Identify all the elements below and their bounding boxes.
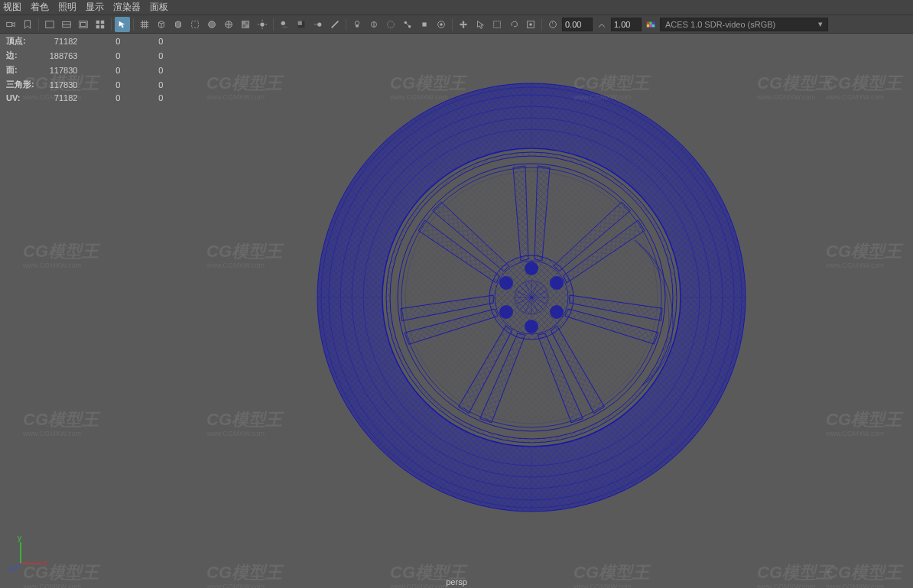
svg-point-25 xyxy=(388,21,395,28)
svg-point-61 xyxy=(499,305,513,319)
depth-of-field-icon[interactable] xyxy=(434,17,449,32)
stats-row-faces: 面:11783000 xyxy=(6,63,178,77)
stats-row-tris: 三角形:11783000 xyxy=(6,77,178,92)
separator xyxy=(111,18,112,31)
mesh-wheel-wireframe[interactable] xyxy=(306,72,757,523)
svg-point-31 xyxy=(440,23,443,26)
svg-rect-14 xyxy=(242,21,245,24)
menu-renderer[interactable]: 渲染器 xyxy=(113,1,141,14)
svg-point-17 xyxy=(281,21,285,24)
watermark: CG模型王www.CGMXW.com xyxy=(206,240,282,269)
svg-point-62 xyxy=(499,276,513,290)
axis-y-label: y xyxy=(18,534,21,542)
lasso-icon[interactable] xyxy=(506,17,521,32)
watermark: CG模型王www.CGMXW.com xyxy=(23,240,99,269)
separator xyxy=(346,18,346,31)
stats-row-verts: 顶点:7118200 xyxy=(6,34,178,48)
select-tool-icon[interactable] xyxy=(115,17,130,32)
film-gate-icon[interactable] xyxy=(59,17,74,32)
svg-rect-36 xyxy=(647,21,650,24)
svg-line-78 xyxy=(13,564,21,570)
svg-rect-1 xyxy=(46,21,54,28)
stats-row-edges: 边:18876300 xyxy=(6,48,178,63)
watermark: CG模型王www.CGMXW.com xyxy=(206,561,282,588)
exposure-icon[interactable] xyxy=(545,17,560,32)
watermark: CG模型王www.CGMXW.com xyxy=(757,561,833,588)
menu-view[interactable]: 视图 xyxy=(3,1,21,14)
viewport[interactable]: 顶点:7118200 边:18876300 面:11783000 三角形:117… xyxy=(0,34,913,588)
exposure-input[interactable] xyxy=(562,18,593,31)
watermark: CG模型王www.CGMXW.com xyxy=(826,408,902,437)
screen-space-ao-icon[interactable] xyxy=(294,17,309,32)
separator xyxy=(133,18,134,31)
pointer-icon[interactable] xyxy=(473,17,488,32)
menu-shading[interactable]: 着色 xyxy=(31,1,49,14)
svg-rect-29 xyxy=(422,22,426,26)
camera-name-label: persp xyxy=(446,577,467,586)
watermark: CG模型王www.CGMXW.com xyxy=(826,72,902,101)
shadows-icon[interactable] xyxy=(277,17,292,32)
svg-rect-8 xyxy=(96,24,99,28)
gamma-input[interactable] xyxy=(611,18,642,31)
panel-toolbar: ACES 1.0 SDR-video (sRGB) ▾ xyxy=(0,15,913,34)
light-icon[interactable] xyxy=(349,17,365,32)
motion-blur-icon[interactable] xyxy=(310,17,326,32)
chevron-down-icon: ▾ xyxy=(818,19,823,29)
resolution-gate-icon[interactable] xyxy=(76,17,91,32)
color-space-dropdown[interactable]: ACES 1.0 SDR-video (sRGB) ▾ xyxy=(660,18,828,31)
bookmark-icon[interactable] xyxy=(20,17,35,32)
wireframe-cube-icon[interactable] xyxy=(154,17,169,32)
svg-rect-41 xyxy=(652,24,655,28)
svg-point-60 xyxy=(525,320,538,333)
grid-icon[interactable] xyxy=(137,17,152,32)
svg-rect-7 xyxy=(101,20,104,23)
svg-rect-0 xyxy=(7,22,12,26)
svg-point-59 xyxy=(550,305,564,319)
marquee-icon[interactable] xyxy=(489,17,505,32)
use-all-lights-icon[interactable] xyxy=(255,17,270,32)
xray-icon[interactable] xyxy=(383,17,398,32)
separator xyxy=(541,18,542,31)
textured-icon[interactable] xyxy=(238,17,253,32)
bounding-box-icon[interactable] xyxy=(187,17,203,32)
menu-panels[interactable]: 面板 xyxy=(150,1,168,14)
gamma-icon[interactable] xyxy=(594,17,609,32)
svg-rect-23 xyxy=(356,24,359,27)
camera-select-icon[interactable] xyxy=(3,17,18,32)
svg-rect-40 xyxy=(649,24,652,28)
svg-rect-10 xyxy=(192,21,199,28)
light-two-sided-icon[interactable] xyxy=(366,17,382,32)
stats-row-uvs: UV:7118200 xyxy=(6,92,178,104)
svg-point-11 xyxy=(209,21,216,28)
axis-gizmo: y x z xyxy=(9,533,47,573)
xray-joints-icon[interactable] xyxy=(400,17,415,32)
color-space-label: ACES 1.0 SDR-video (sRGB) xyxy=(665,20,775,29)
anti-alias-icon[interactable] xyxy=(327,17,343,32)
svg-rect-39 xyxy=(647,24,650,28)
watermark: CG模型王www.CGMXW.com xyxy=(757,72,833,101)
move-tool-icon[interactable] xyxy=(456,17,471,32)
svg-rect-20 xyxy=(298,21,302,24)
svg-rect-37 xyxy=(649,21,652,24)
watermark: CG模型王www.CGMXW.com xyxy=(573,561,649,588)
svg-line-28 xyxy=(405,22,409,26)
menu-lighting[interactable]: 照明 xyxy=(58,1,76,14)
paint-select-icon[interactable] xyxy=(523,17,538,32)
menu-show[interactable]: 显示 xyxy=(86,1,104,14)
wireframe-on-shaded-icon[interactable] xyxy=(221,17,236,32)
watermark: CG模型王www.CGMXW.com xyxy=(206,72,282,101)
gate-mask-icon[interactable] xyxy=(93,17,108,32)
color-mgmt-icon[interactable] xyxy=(643,17,658,32)
separator xyxy=(38,18,39,31)
image-plane-icon[interactable] xyxy=(42,17,57,32)
svg-point-18 xyxy=(282,26,288,28)
separator xyxy=(273,18,274,31)
axis-z-label: z xyxy=(9,564,13,571)
svg-point-21 xyxy=(317,22,321,26)
svg-point-34 xyxy=(529,23,532,26)
shaded-cube-icon[interactable] xyxy=(171,17,186,32)
isolate-select-icon[interactable] xyxy=(417,17,432,32)
svg-point-16 xyxy=(260,22,264,26)
watermark: CG模型王www.CGMXW.com xyxy=(826,240,902,269)
smooth-shade-icon[interactable] xyxy=(204,17,219,32)
